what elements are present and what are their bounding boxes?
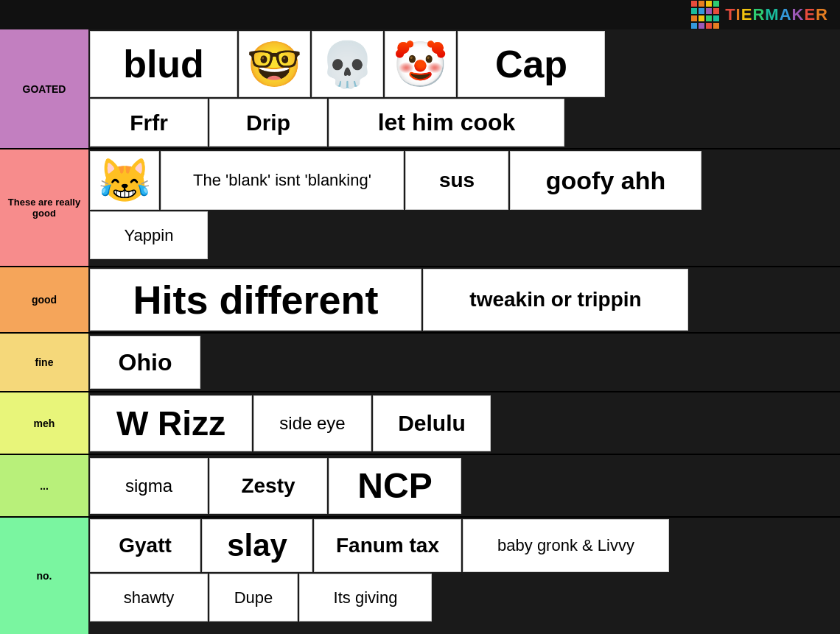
- tier-label-no: no.: [0, 518, 88, 634]
- tier-item-baby-gronk: baby gronk & Livvy: [463, 519, 669, 572]
- tier-item-clown-emoji: 🤡: [385, 31, 456, 97]
- tier-item-fanum-tax: Fanum tax: [314, 519, 461, 572]
- tier-item-shawty: shawty: [90, 574, 208, 621]
- tier-item-ncp: NCP: [329, 458, 461, 514]
- no-row-2: shawty Dupe Its giving: [90, 574, 839, 621]
- tier-item-skull-emoji: 💀: [312, 31, 383, 97]
- tier-item-w-rizz: W Rizz: [90, 395, 252, 451]
- tier-label-goated: GOATED: [0, 29, 88, 148]
- tier-row-good: good Hits different tweakin or trippin: [0, 267, 840, 334]
- tier-item-cap: Cap: [458, 31, 605, 97]
- no-row-1: Gyatt slay Fanum tax baby gronk & Livvy: [90, 519, 839, 572]
- tier-item-tweakin-or-trippin: tweakin or trippin: [423, 269, 688, 331]
- tier-item-gyatt: Gyatt: [90, 519, 200, 572]
- goated-row-2: Frfr Drip let him cook: [90, 99, 839, 147]
- tier-row-meh: meh W Rizz side eye Delulu: [0, 392, 840, 455]
- tiermaker-logo-text: TiERMAKER: [725, 5, 828, 24]
- tier-item-blud: blud: [90, 31, 237, 97]
- tier-row-these-are-really-good: These are really good 😹 The 'blank' isnt…: [0, 149, 840, 267]
- these-good-row-1: 😹 The 'blank' isnt 'blanking' sus goofy …: [90, 151, 839, 210]
- goated-row-1: blud 🤓 💀 🤡 Cap: [90, 31, 839, 97]
- tier-item-sus: sus: [405, 151, 508, 210]
- these-good-row-2: Yappin: [90, 211, 839, 259]
- tier-item-yappin: Yappin: [90, 211, 208, 259]
- tier-item-frfr: Frfr: [90, 99, 208, 147]
- tier-item-blank-isnt-blanking: The 'blank' isnt 'blanking': [161, 151, 404, 210]
- tier-label-good: good: [0, 267, 88, 332]
- tier-item-ohio: Ohio: [90, 336, 200, 389]
- tier-label-fine: fine: [0, 334, 88, 391]
- tier-row-no: no. Gyatt slay Fanum tax baby gronk & Li…: [0, 518, 840, 634]
- header-bar: TiERMAKER: [0, 0, 840, 29]
- tier-item-let-him-cook: let him cook: [329, 99, 564, 147]
- tier-item-goofy-ahh: goofy ahh: [510, 151, 701, 210]
- tier-row-fine: fine Ohio: [0, 334, 840, 392]
- tier-item-nerd-emoji: 🤓: [239, 31, 310, 97]
- tier-item-drip: Drip: [209, 99, 327, 147]
- tier-item-zesty: Zesty: [209, 458, 327, 514]
- logo-icon-grid: [691, 1, 719, 29]
- tier-item-its-giving: Its giving: [299, 574, 432, 621]
- tier-item-slay: slay: [202, 519, 312, 572]
- tier-label-these-are-really-good: These are really good: [0, 149, 88, 266]
- tier-row-dot: ... sigma Zesty NCP: [0, 455, 840, 518]
- tier-item-dupe: Dupe: [209, 574, 298, 621]
- tier-label-dot: ...: [0, 455, 88, 516]
- tiermaker-logo: TiERMAKER: [691, 1, 828, 29]
- tier-item-hits-different: Hits different: [90, 269, 421, 331]
- tier-item-sigma: sigma: [90, 458, 208, 514]
- tier-item-joy-cat-emoji: 😹: [90, 151, 159, 210]
- tier-row-goated: GOATED blud 🤓 💀 🤡 Cap Frfr Drip let him …: [0, 29, 840, 149]
- tier-label-meh: meh: [0, 392, 88, 454]
- tier-item-delulu: Delulu: [373, 395, 491, 451]
- tier-item-side-eye: side eye: [253, 395, 371, 451]
